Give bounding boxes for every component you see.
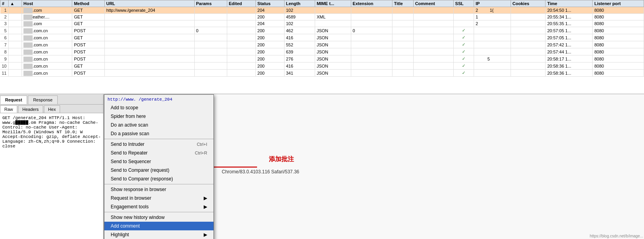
cell-comment (413, 48, 453, 55)
cell-status: 200 (255, 27, 284, 34)
cell-title (392, 34, 413, 41)
cell-url (104, 63, 194, 70)
proxy-table-area: # ▲ Host Method URL Params Edited Status… (0, 0, 644, 94)
cell-mime: JSON (315, 55, 351, 63)
cell-ext (351, 7, 392, 14)
tab-response[interactable]: Response (28, 96, 58, 104)
col-ssl[interactable]: SSL (453, 0, 474, 7)
menu-item-add-comment[interactable]: Add comment (104, 222, 213, 230)
menu-item-engagement-tools[interactable]: Engagement tools▶ (104, 202, 213, 211)
tab-hex[interactable]: Hex (44, 105, 60, 113)
col-extension[interactable]: Extension (351, 0, 392, 7)
menu-item-send-to-sequencer[interactable]: Send to Sequencer (104, 157, 213, 166)
cell-mime: JSON (315, 48, 351, 55)
cell-url (104, 27, 194, 34)
cell-method: GET (72, 34, 104, 41)
cell-params (194, 34, 227, 41)
table-row[interactable]: 10 ███.com.cn GET 200 416 JSON ✓ 20:58:3… (0, 63, 644, 70)
cell-length: 462 (284, 27, 315, 34)
cell-title (392, 55, 413, 63)
col-host[interactable]: Host (22, 0, 72, 7)
watermark: https://blog.csdn.net/b/image... (590, 234, 643, 238)
cell-mime: JSON (315, 27, 351, 34)
menu-item-do-passive-scan[interactable]: Do a passive scan (104, 129, 213, 138)
menu-item-send-to-intruder[interactable]: Send to IntruderCtrl+I (104, 140, 213, 149)
col-length[interactable]: Length (284, 0, 315, 7)
table-row[interactable]: 5 ███.com.cn POST 0 200 462 JSON 0 ✓ 20:… (0, 27, 644, 34)
menu-item-send-to-comparer-req[interactable]: Send to Comparer (request) (104, 166, 213, 175)
menu-item-send-to-repeater[interactable]: Send to RepeaterCtrl+R (104, 149, 213, 157)
cell-ip (474, 27, 511, 34)
table-row[interactable]: 3 ███.com GET 204 102 2 20:55:35 1... 80… (0, 20, 644, 27)
menu-item-show-new-history[interactable]: Show new history window (104, 213, 213, 222)
cell-comment (413, 7, 453, 14)
table-row[interactable]: 9 ███.com.cn POST 200 276 JSON ✓ 5 20:58… (0, 55, 644, 63)
cell-cookies (511, 63, 545, 70)
cell-flag (8, 63, 22, 70)
annotation-text: 添加批注 (269, 156, 294, 162)
col-edited[interactable]: Edited (227, 0, 255, 7)
cell-flag (8, 55, 22, 63)
cell-method: POST (72, 48, 104, 55)
cell-length: 416 (284, 63, 315, 70)
col-ip[interactable]: IP (474, 0, 511, 7)
cell-ssl: ✓ (453, 48, 474, 55)
menu-item-send-to-comparer-res[interactable]: Send to Comparer (response) (104, 175, 213, 183)
col-comment[interactable]: Comment (413, 0, 453, 7)
cell-comment (413, 63, 453, 70)
cell-mime: JSON (315, 70, 351, 77)
col-method[interactable]: Method (72, 0, 104, 7)
menu-label-send-to-sequencer: Send to Sequencer (111, 159, 151, 164)
cell-num: 9 (0, 55, 9, 63)
cell-edited (227, 63, 255, 70)
tab-raw[interactable]: Raw (0, 105, 17, 113)
col-params[interactable]: Params (194, 0, 227, 7)
menu-item-spider-from-here[interactable]: Spider from here (104, 112, 213, 121)
col-title[interactable]: Title (392, 0, 413, 7)
menu-item-do-active-scan[interactable]: Do an active scan (104, 121, 213, 129)
cell-length: 276 (284, 55, 315, 63)
table-row[interactable]: 7 ███.com.cn POST 200 552 JSON ✓ 20:57:4… (0, 41, 644, 48)
tab-request[interactable]: Request (0, 96, 27, 104)
cell-method: GET (72, 7, 104, 14)
menu-separator (104, 184, 213, 184)
cell-host: ███.com.cn (22, 63, 72, 70)
menu-item-request-in-browser[interactable]: Request in browser▶ (104, 194, 213, 202)
table-row[interactable]: 11 ███.com.cn POST 200 341 JSON ✓ 20:58:… (0, 70, 644, 77)
cell-length: 341 (284, 70, 315, 77)
col-time[interactable]: Time (545, 0, 593, 7)
col-url[interactable]: URL (104, 0, 194, 7)
menu-item-show-response-browser[interactable]: Show response in browser (104, 185, 213, 194)
cell-ext (351, 48, 392, 55)
col-status[interactable]: Status (255, 0, 284, 7)
menu-item-add-to-scope[interactable]: Add to scope (104, 103, 213, 112)
cell-listener: 8080 (593, 63, 644, 70)
cell-method: GET (72, 14, 104, 20)
context-menu: http://www. /generate_204 Add to scopeSp… (104, 94, 214, 239)
menu-arrow-highlight: ▶ (204, 232, 207, 237)
table-row[interactable]: 2 ███eather.... GET 200 4589 XML 1 20:55… (0, 14, 644, 20)
cell-title (392, 14, 413, 20)
cell-url (104, 70, 194, 77)
col-num[interactable]: # (0, 0, 9, 7)
cell-num: 6 (0, 34, 9, 41)
cell-num: 3 (0, 20, 9, 27)
table-row[interactable]: 6 ███.com.cn GET 200 416 JSON ✓ 20:57:05… (0, 34, 644, 41)
col-listener[interactable]: Listener port (593, 0, 644, 7)
menu-label-request-in-browser: Request in browser (111, 195, 151, 201)
table-row[interactable]: 8 ███.com.cn POST 200 639 JSON ✓ 20:57:4… (0, 48, 644, 55)
cell-host: ███.com (22, 7, 72, 14)
tab-headers[interactable]: Headers (18, 105, 43, 113)
cell-title (392, 41, 413, 48)
cell-mime: JSON (315, 63, 351, 70)
col-cookies[interactable]: Cookies (511, 0, 545, 7)
menu-shortcut-send-to-repeater: Ctrl+R (195, 151, 207, 155)
col-mime[interactable]: MIME t... (315, 0, 351, 7)
cell-cookies (511, 20, 545, 27)
menu-shortcut-send-to-intruder: Ctrl+I (197, 142, 207, 147)
menu-item-highlight[interactable]: Highlight▶ (104, 230, 213, 239)
table-row[interactable]: 1 ███.com GET http://www./generate_204 2… (0, 7, 644, 14)
cell-edited (227, 55, 255, 63)
cell-edited (227, 48, 255, 55)
col-arrow[interactable]: ▲ (8, 0, 22, 7)
